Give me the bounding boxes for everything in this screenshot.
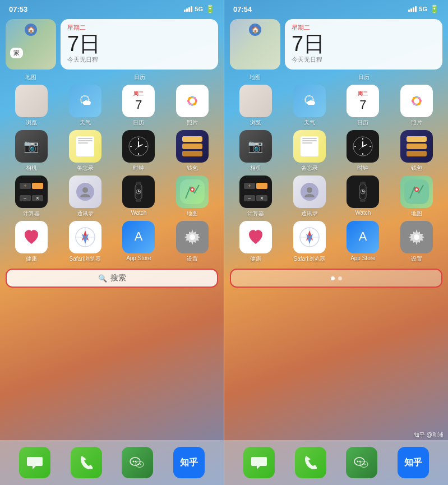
- left-app-watch[interactable]: Watch: [113, 175, 165, 218]
- right-app-weather[interactable]: 🌤 天气: [284, 85, 335, 127]
- svg-point-94: [359, 461, 361, 463]
- left-app-camera[interactable]: 📷 相机: [6, 130, 57, 172]
- right-health-label: 健康: [250, 255, 261, 263]
- left-app-notes[interactable]: 备忘录: [59, 130, 111, 172]
- right-health-icon: [239, 221, 272, 253]
- left-app-contacts[interactable]: 通讯录: [59, 175, 111, 218]
- right-wallet-icon: [400, 130, 433, 163]
- right-time: 07:54: [233, 5, 252, 13]
- right-app-appstore[interactable]: A App Store: [338, 221, 389, 263]
- right-watch-label: Watch: [355, 210, 371, 216]
- right-app-safari[interactable]: Safari浏览器: [284, 221, 335, 263]
- svg-rect-76: [360, 199, 366, 202]
- right-notes-icon: [293, 130, 326, 163]
- svg-point-49: [140, 464, 141, 465]
- right-app-clock[interactable]: 时钟: [338, 130, 389, 172]
- left-calendar-widget[interactable]: 星期二 7日 今天无日程: [61, 19, 218, 70]
- left-app-appstore[interactable]: A App Store: [113, 221, 165, 263]
- left-app-browse[interactable]: 浏览: [6, 85, 57, 127]
- left-network: 5G: [195, 6, 203, 12]
- right-app-browse[interactable]: 浏览: [230, 85, 281, 127]
- left-app-settings[interactable]: 设置: [167, 221, 218, 263]
- right-app-calc[interactable]: + ÷ − × 计算器: [230, 175, 281, 218]
- left-map-label: 地图: [6, 73, 56, 81]
- left-search-container: 🔍 搜索: [0, 265, 224, 291]
- left-maps-label: 地图: [187, 210, 198, 218]
- svg-point-20: [138, 146, 140, 147]
- left-clock-icon: [122, 130, 155, 163]
- right-photos-icon: [400, 85, 433, 117]
- right-contacts-label: 通讯录: [301, 210, 318, 218]
- svg-point-33: [191, 188, 193, 191]
- left-watch-label: Watch: [131, 210, 146, 216]
- right-app-watch[interactable]: Watch: [338, 175, 389, 218]
- left-calc-label: 计算器: [23, 210, 40, 218]
- right-dock-wechat[interactable]: [346, 447, 377, 478]
- right-calendar-label: 日历: [357, 119, 368, 127]
- left-signal-icon: [184, 6, 192, 12]
- svg-point-40: [84, 236, 86, 238]
- right-widget-labels: 地图 日历: [224, 72, 448, 82]
- left-search-icon: 🔍: [98, 274, 107, 283]
- left-map-widget[interactable]: 🏠 家: [6, 19, 56, 70]
- left-search-bar[interactable]: 🔍 搜索: [6, 269, 218, 288]
- left-dock-phone[interactable]: [71, 447, 102, 478]
- left-appstore-label: App Store: [126, 255, 151, 261]
- right-widgets-row: 🏠 星期二 7日 今天无日程: [224, 16, 448, 72]
- right-app-settings[interactable]: 设置: [391, 221, 442, 263]
- left-contacts-icon: [69, 175, 101, 208]
- left-weather-label: 天气: [80, 119, 91, 127]
- right-app-notes[interactable]: 备忘录: [284, 130, 335, 172]
- svg-point-70: [362, 146, 364, 147]
- left-cal-no-event: 今天无日程: [67, 56, 211, 64]
- right-map-widget[interactable]: 🏠: [230, 19, 280, 70]
- left-dock-messages[interactable]: [19, 447, 50, 478]
- left-cal-day: 星期二: [67, 24, 211, 32]
- right-calendar-icon: 周二 7: [347, 85, 379, 117]
- right-calendar-widget[interactable]: 星期二 7日 今天无日程: [285, 19, 442, 70]
- left-app-photos[interactable]: 照片: [167, 85, 218, 127]
- right-app-photos[interactable]: 照片: [391, 85, 442, 127]
- left-safari-icon: [69, 221, 101, 253]
- right-app-health[interactable]: 健康: [230, 221, 281, 263]
- left-map-location-icon: 🏠: [25, 24, 37, 36]
- left-calendar-label: 日历: [133, 119, 144, 127]
- svg-point-59: [414, 98, 419, 104]
- right-dock-messages[interactable]: [243, 447, 275, 478]
- svg-point-95: [360, 461, 368, 468]
- left-time: 07:53: [9, 5, 27, 13]
- left-app-health[interactable]: 健康: [6, 221, 57, 263]
- svg-text:A: A: [359, 229, 367, 243]
- left-dock: 知乎: [0, 440, 224, 485]
- right-app-camera[interactable]: 📷 相机: [230, 130, 281, 172]
- svg-rect-25: [136, 182, 141, 184]
- right-app-wallet[interactable]: 钱包: [391, 130, 442, 172]
- left-app-calc[interactable]: + ÷ − × 计算器: [6, 175, 57, 218]
- left-appstore-icon: A: [122, 221, 155, 253]
- left-wallet-label: 钱包: [187, 164, 198, 172]
- left-settings-label: 设置: [187, 255, 198, 263]
- left-contacts-label: 通讯录: [77, 210, 94, 218]
- right-page-dots-box: [230, 269, 442, 288]
- right-app-calendar[interactable]: 周二 7 日历: [338, 85, 389, 127]
- svg-point-96: [362, 464, 363, 465]
- right-dock-zhihu[interactable]: 知乎: [398, 447, 429, 478]
- right-camera-icon: 📷: [239, 130, 272, 163]
- left-cal-date: 7日: [67, 33, 211, 54]
- svg-point-9: [190, 98, 195, 104]
- right-app-maps[interactable]: 地图: [391, 175, 442, 218]
- right-settings-icon: [400, 221, 433, 253]
- left-app-grid: 浏览 🌤 天气 周二 7 日历: [0, 82, 224, 265]
- right-weather-label: 天气: [304, 119, 315, 127]
- right-calc-icon: + ÷ − ×: [239, 175, 272, 208]
- left-app-calendar[interactable]: 周二 7 日历: [113, 85, 165, 127]
- right-app-contacts[interactable]: 通讯录: [284, 175, 335, 218]
- left-app-wallet[interactable]: 钱包: [167, 130, 218, 172]
- left-app-clock[interactable]: 时钟: [113, 130, 165, 172]
- left-app-weather[interactable]: 🌤 天气: [59, 85, 111, 127]
- left-dock-zhihu[interactable]: 知乎: [173, 447, 205, 478]
- left-dock-wechat[interactable]: [122, 447, 153, 478]
- left-app-maps[interactable]: 地图: [167, 175, 218, 218]
- right-dock-phone[interactable]: [295, 447, 326, 478]
- left-app-safari[interactable]: Safari浏览器: [59, 221, 111, 263]
